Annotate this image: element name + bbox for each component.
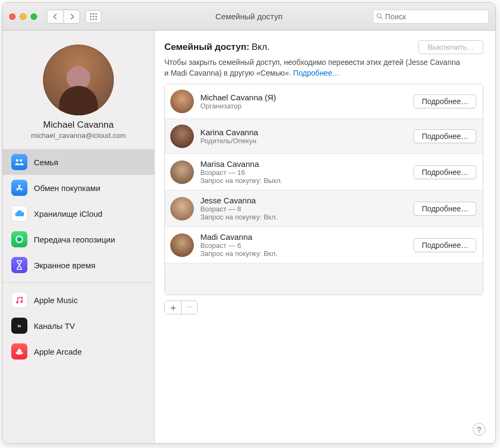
sidebar-item-label: Экранное время <box>34 261 96 270</box>
member-row: Marisa Cavanna Возраст — 16 Запрос на по… <box>165 154 483 190</box>
member-row: Madi Cavanna Возраст — 6 Запрос на покуп… <box>165 227 483 263</box>
member-details-button[interactable]: Подробнее… <box>414 202 476 216</box>
add-remove-controls: ＋ − <box>164 300 198 314</box>
sidebar: Michael Cavanna michael_cavanna@icloud.c… <box>3 31 155 443</box>
member-row: Michael Cavanna (Я) Организатор Подробне… <box>165 84 483 119</box>
member-row: Karina Cavanna Родитель/Опекун Подробнее… <box>165 119 483 154</box>
svg-text:tv: tv <box>18 324 21 328</box>
member-text: Karina Cavanna Родитель/Опекун <box>200 128 258 145</box>
member-details-button[interactable]: Подробнее… <box>414 165 476 179</box>
turn-off-button[interactable]: Выключить… <box>418 40 483 54</box>
remove-member-button[interactable]: − <box>181 301 197 314</box>
svg-point-8 <box>96 18 97 20</box>
sidebar-item-label: Обмен покупками <box>34 183 100 193</box>
main-pane: Семейный доступ: Вкл. Выключить… Чтобы з… <box>155 31 495 443</box>
close-window-button[interactable] <box>9 13 16 20</box>
member-avatar <box>170 197 194 221</box>
sidebar-item-purchases[interactable]: Обмен покупками <box>3 175 154 201</box>
member-name: Michael Cavanna (Я) <box>200 93 276 102</box>
member-details-button[interactable]: Подробнее… <box>414 94 476 108</box>
profile-avatar <box>43 45 114 115</box>
member-avatar <box>170 160 194 184</box>
member-text: Michael Cavanna (Я) Организатор <box>200 93 276 110</box>
search-field[interactable] <box>373 10 489 24</box>
help-button[interactable]: ? <box>473 423 485 436</box>
svg-point-18 <box>18 238 21 241</box>
chevron-left-icon <box>53 13 58 20</box>
learn-more-link[interactable]: Подробнее… <box>293 69 340 77</box>
header-label: Семейный доступ: <box>164 42 250 53</box>
fullscreen-window-button[interactable] <box>31 13 37 20</box>
header-status: Вкл. <box>252 42 270 53</box>
search-icon <box>376 13 383 20</box>
member-name: Jesse Cavanna <box>200 196 278 205</box>
svg-point-2 <box>96 13 97 14</box>
sidebar-item-apple-music[interactable]: Apple Music <box>3 287 154 313</box>
sidebar-item-label: Каналы TV <box>34 321 75 331</box>
svg-point-7 <box>93 18 95 20</box>
profile-name: Michael Cavanna <box>43 120 113 130</box>
member-age: Возраст — 16 <box>200 168 282 177</box>
add-member-button[interactable]: ＋ <box>165 301 181 314</box>
member-role: Родитель/Опекун <box>200 137 258 145</box>
svg-point-5 <box>96 16 97 17</box>
content-body: Michael Cavanna michael_cavanna@icloud.c… <box>3 31 495 443</box>
svg-line-10 <box>380 17 382 19</box>
pane-header: Семейный доступ: Вкл. Выключить… <box>164 40 483 54</box>
svg-point-1 <box>93 13 95 14</box>
sidebar-item-label: Apple Music <box>34 296 78 305</box>
description-text: Чтобы закрыть семейный доступ, необходим… <box>164 57 465 78</box>
svg-point-11 <box>16 159 19 162</box>
minimize-window-button[interactable] <box>20 13 26 20</box>
search-input[interactable] <box>385 12 485 21</box>
member-ask-to-buy: Запрос на покупку: Выкл. <box>200 177 282 185</box>
member-ask-to-buy: Запрос на покупку: Вкл. <box>200 249 278 258</box>
member-age: Возраст — 8 <box>200 205 278 213</box>
window-controls <box>9 13 37 20</box>
arcade-icon <box>11 343 27 359</box>
members-list: Michael Cavanna (Я) Организатор Подробне… <box>164 84 483 295</box>
member-text: Madi Cavanna Возраст — 6 Запрос на покуп… <box>200 232 278 258</box>
back-button[interactable] <box>47 10 63 23</box>
show-all-button[interactable] <box>85 10 102 23</box>
member-text: Marisa Cavanna Возраст — 16 Запрос на по… <box>200 159 282 185</box>
svg-point-9 <box>377 13 381 17</box>
appstore-icon <box>11 180 27 196</box>
nav-buttons <box>47 10 80 24</box>
sidebar-item-icloud-storage[interactable]: Хранилище iCloud <box>3 201 154 226</box>
svg-point-19 <box>16 302 18 304</box>
svg-point-3 <box>90 16 92 17</box>
sidebar-item-label: Хранилище iCloud <box>34 209 103 218</box>
grid-icon <box>90 13 97 20</box>
forward-button[interactable] <box>63 10 79 23</box>
members-empty-area <box>165 263 483 295</box>
location-icon <box>11 231 27 247</box>
chevron-right-icon <box>69 13 75 20</box>
sidebar-item-label: Семья <box>34 158 58 167</box>
member-row: Jesse Cavanna Возраст — 8 Запрос на поку… <box>165 190 483 227</box>
sidebar-item-tv[interactable]: tv Каналы TV <box>3 313 154 339</box>
sidebar-list: Семья Обмен покупками Хранилище iCloud <box>3 149 154 364</box>
profile-email: michael_cavanna@icloud.com <box>31 131 126 139</box>
member-avatar <box>170 124 194 148</box>
member-details-button[interactable]: Подробнее… <box>414 238 476 252</box>
svg-point-6 <box>90 18 92 20</box>
window: Семейный доступ Michael Cavanna michael_… <box>2 2 496 444</box>
profile-section: Michael Cavanna michael_cavanna@icloud.c… <box>3 45 154 149</box>
icloud-icon <box>11 205 27 222</box>
sidebar-item-family[interactable]: Семья <box>3 149 154 175</box>
family-icon <box>11 154 27 170</box>
sidebar-item-label: Apple Arcade <box>34 347 82 356</box>
member-avatar <box>170 90 194 113</box>
svg-point-4 <box>93 16 95 17</box>
hourglass-icon <box>11 257 27 273</box>
svg-point-0 <box>90 13 92 14</box>
svg-point-12 <box>20 159 23 162</box>
sidebar-item-location[interactable]: Передача геопозиции <box>3 226 154 252</box>
titlebar: Семейный доступ <box>3 3 495 31</box>
sidebar-item-arcade[interactable]: Apple Arcade <box>3 339 154 364</box>
member-name: Madi Cavanna <box>200 232 278 241</box>
sidebar-item-screentime[interactable]: Экранное время <box>3 252 154 278</box>
member-name: Marisa Cavanna <box>200 159 282 168</box>
member-details-button[interactable]: Подробнее… <box>414 129 476 143</box>
